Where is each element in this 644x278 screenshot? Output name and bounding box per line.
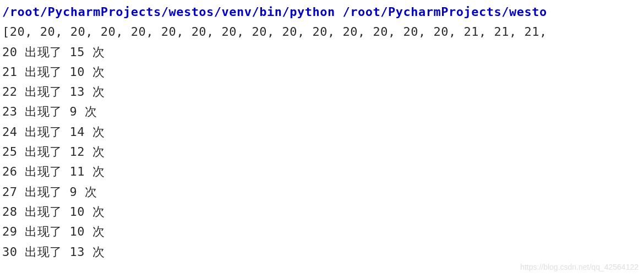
count-value: 9 <box>62 185 78 199</box>
count-row: 24 出现了 14 次 <box>2 122 642 142</box>
count-label: 出现了 <box>18 185 62 199</box>
count-num: 21 <box>2 65 18 79</box>
count-value: 9 <box>62 105 78 118</box>
count-row: 22 出现了 13 次 <box>2 82 642 102</box>
count-suffix: 次 <box>85 65 105 79</box>
count-suffix: 次 <box>85 165 105 178</box>
count-label: 出现了 <box>18 125 62 139</box>
count-num: 23 <box>2 105 18 118</box>
count-suffix: 次 <box>85 225 105 238</box>
count-row: 29 出现了 10 次 <box>2 222 642 242</box>
count-num: 27 <box>2 185 18 199</box>
count-suffix: 次 <box>85 125 105 139</box>
count-row: 21 出现了 10 次 <box>2 62 642 82</box>
count-value: 15 <box>62 45 85 59</box>
count-label: 出现了 <box>18 45 62 59</box>
count-row: 27 出现了 9 次 <box>2 182 642 202</box>
count-suffix: 次 <box>85 205 105 219</box>
count-suffix: 次 <box>85 85 105 99</box>
count-num: 22 <box>2 85 18 99</box>
count-value: 10 <box>62 205 85 219</box>
count-value: 13 <box>62 245 85 259</box>
list-output: [20, 20, 20, 20, 20, 20, 20, 20, 20, 20,… <box>2 22 642 42</box>
count-num: 26 <box>2 165 18 178</box>
count-label: 出现了 <box>18 85 62 99</box>
count-value: 12 <box>62 145 85 159</box>
count-value: 11 <box>62 165 85 178</box>
count-suffix: 次 <box>85 245 105 259</box>
count-row: 30 出现了 13 次 <box>2 242 642 262</box>
count-suffix: 次 <box>85 145 105 159</box>
count-value: 14 <box>62 125 85 139</box>
count-num: 30 <box>2 245 18 259</box>
count-value: 10 <box>62 225 85 238</box>
count-label: 出现了 <box>18 205 62 219</box>
count-label: 出现了 <box>18 245 62 259</box>
count-label: 出现了 <box>18 105 62 118</box>
count-label: 出现了 <box>18 225 62 238</box>
watermark-text: https://blog.csdn.net/qq_42564122 <box>520 261 638 274</box>
count-num: 28 <box>2 205 18 219</box>
count-value: 10 <box>62 65 85 79</box>
count-label: 出现了 <box>18 145 62 159</box>
command-path: /root/PycharmProjects/westos/venv/bin/py… <box>2 2 642 22</box>
count-num: 20 <box>2 45 18 59</box>
count-label: 出现了 <box>18 165 62 178</box>
count-label: 出现了 <box>18 65 62 79</box>
count-row: 25 出现了 12 次 <box>2 142 642 162</box>
count-row: 23 出现了 9 次 <box>2 102 642 122</box>
count-value: 13 <box>62 85 85 99</box>
count-num: 25 <box>2 145 18 159</box>
count-suffix: 次 <box>85 45 105 59</box>
count-row: 28 出现了 10 次 <box>2 202 642 222</box>
count-num: 24 <box>2 125 18 139</box>
count-row: 26 出现了 11 次 <box>2 162 642 182</box>
count-num: 29 <box>2 225 18 238</box>
count-row: 20 出现了 15 次 <box>2 42 642 62</box>
count-suffix: 次 <box>77 185 97 199</box>
count-suffix: 次 <box>77 105 97 118</box>
